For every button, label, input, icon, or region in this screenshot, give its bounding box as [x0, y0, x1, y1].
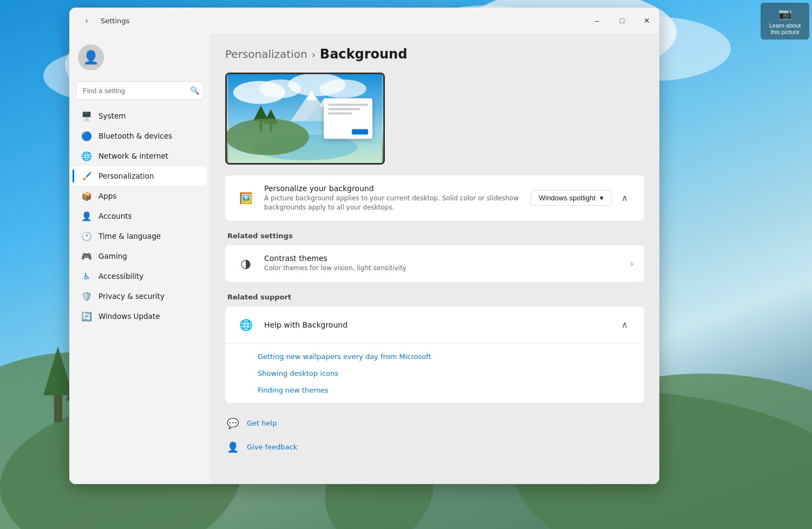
support-link-desktop-icons[interactable]: Showing desktop icons: [225, 365, 644, 382]
dropdown-chevron-icon: ▾: [600, 194, 604, 202]
sidebar-item-label: Time & language: [99, 232, 161, 240]
personalization-icon: 🖌️: [81, 171, 92, 181]
personalize-text: Personalize your background A picture ba…: [264, 184, 522, 212]
learn-about-picture-button[interactable]: 📷 Learn about this picture: [761, 3, 809, 40]
related-settings-header: Related settings: [225, 232, 644, 240]
sidebar-item-label: Bluetooth & devices: [99, 132, 172, 140]
personalize-icon: 🖼️: [236, 188, 256, 208]
personalize-background-row: 🖼️ Personalize your background A picture…: [225, 175, 644, 221]
main-area: 👤 🔍 🖥️ System 🔵 Bluetooth & devices 🌐 Ne…: [69, 34, 659, 484]
sidebar: 👤 🔍 🖥️ System 🔵 Bluetooth & devices 🌐 Ne…: [69, 34, 210, 484]
support-links-container: Getting new wallpapers every day from Mi…: [225, 343, 644, 403]
contrast-text: Contrast themes Color themes for low vis…: [264, 254, 621, 273]
sidebar-item-label: Network & internet: [99, 152, 168, 160]
sidebar-item-label: Gaming: [99, 252, 127, 260]
get-help-icon: 💬: [225, 416, 240, 431]
preview-line: [328, 104, 368, 106]
globe-icon: 🌐: [236, 315, 256, 335]
accessibility-icon: ♿: [81, 271, 92, 282]
give-feedback-link[interactable]: Give feedback: [247, 443, 297, 451]
dropdown-value: Windows spotlight: [539, 194, 595, 202]
breadcrumb-separator: ›: [312, 49, 316, 60]
search-input[interactable]: [76, 81, 204, 100]
search-icon: 🔍: [190, 86, 199, 95]
sidebar-item-gaming[interactable]: 🎮 Gaming: [73, 246, 207, 266]
sidebar-item-label: Apps: [99, 192, 116, 200]
help-background-row[interactable]: 🌐 Help with Background ∧: [225, 306, 644, 343]
maximize-button[interactable]: □: [610, 8, 634, 34]
svg-point-34: [227, 119, 309, 155]
help-expand-button[interactable]: ∧: [616, 316, 633, 334]
related-support-card: 🌐 Help with Background ∧ Getting new wal…: [225, 306, 644, 403]
get-help-row: 💬 Get help: [225, 414, 644, 433]
preview-btn: [352, 129, 368, 135]
sidebar-item-label: Personalization: [99, 172, 154, 180]
back-button[interactable]: ‹: [78, 12, 95, 29]
personalize-expand-button[interactable]: ∧: [616, 190, 633, 207]
breadcrumb: Personalization › Background: [225, 47, 644, 62]
svg-point-24: [319, 80, 366, 99]
sidebar-item-label: Accessibility: [99, 272, 143, 280]
sidebar-item-update[interactable]: 🔄 Windows Update: [73, 306, 207, 326]
title-bar: ‹ Settings – □ ✕: [69, 8, 659, 34]
get-help-link[interactable]: Get help: [247, 419, 277, 427]
update-icon: 🔄: [81, 311, 92, 322]
sidebar-item-label: Accounts: [99, 212, 132, 220]
system-icon: 🖥️: [81, 110, 92, 121]
sidebar-item-privacy[interactable]: 🛡️ Privacy & security: [73, 286, 207, 306]
related-support-header: Related support: [225, 293, 644, 301]
apps-icon: 📦: [81, 191, 92, 201]
sidebar-item-time[interactable]: 🕐 Time & language: [73, 226, 207, 246]
sidebar-item-accounts[interactable]: 👤 Accounts: [73, 206, 207, 226]
sidebar-item-label: Windows Update: [99, 312, 160, 321]
sidebar-item-network[interactable]: 🌐 Network & internet: [73, 146, 207, 166]
preview-dialog: [324, 99, 372, 139]
learn-about-label: Learn about this picture: [766, 22, 804, 35]
user-avatar-section: 👤: [69, 38, 210, 81]
chevron-right-icon: ›: [630, 259, 633, 268]
background-dropdown[interactable]: Windows spotlight ▾: [531, 190, 612, 206]
sidebar-item-bluetooth[interactable]: 🔵 Bluetooth & devices: [73, 126, 207, 146]
camera-icon: 📷: [778, 7, 792, 20]
minimize-button[interactable]: –: [585, 8, 610, 34]
personalize-title: Personalize your background: [264, 184, 522, 193]
contrast-themes-row[interactable]: ◑ Contrast themes Color themes for low v…: [225, 245, 644, 282]
support-link-wallpapers[interactable]: Getting new wallpapers every day from Mi…: [225, 348, 644, 365]
app-title: Settings: [101, 17, 129, 25]
give-feedback-row: 👤 Give feedback: [225, 437, 644, 457]
help-text: Help with Background: [264, 321, 607, 329]
bottom-links: 💬 Get help 👤 Give feedback: [225, 414, 644, 457]
personalize-background-card: 🖼️ Personalize your background A picture…: [225, 175, 644, 221]
preview-line: [328, 113, 352, 115]
personalize-control: Windows spotlight ▾ ∧: [531, 190, 633, 207]
network-icon: 🌐: [81, 151, 92, 161]
window-controls: – □ ✕: [585, 8, 659, 34]
sidebar-item-personalization[interactable]: 🖌️ Personalization: [73, 166, 207, 186]
support-link-themes[interactable]: Finding new themes: [225, 382, 644, 399]
accounts-icon: 👤: [81, 211, 92, 221]
gaming-icon: 🎮: [81, 251, 92, 262]
personalize-description: A picture background applies to your cur…: [264, 194, 522, 212]
time-icon: 🕐: [81, 231, 92, 241]
help-control: ∧: [616, 316, 633, 334]
sidebar-item-accessibility[interactable]: ♿ Accessibility: [73, 266, 207, 286]
contrast-control: ›: [630, 259, 633, 268]
help-title: Help with Background: [264, 321, 607, 329]
close-button[interactable]: ✕: [634, 8, 659, 34]
sidebar-item-apps[interactable]: 📦 Apps: [73, 186, 207, 206]
content-panel: Personalization › Background: [210, 34, 659, 484]
desktop-preview: [225, 73, 385, 165]
search-box: 🔍: [76, 81, 204, 100]
contrast-icon: ◑: [236, 254, 256, 273]
contrast-description: Color themes for low vision, light sensi…: [264, 264, 621, 273]
give-feedback-icon: 👤: [225, 440, 240, 455]
sidebar-item-label: System: [99, 112, 126, 120]
preview-line: [328, 108, 360, 110]
related-settings-card: ◑ Contrast themes Color themes for low v…: [225, 245, 644, 282]
sidebar-item-label: Privacy & security: [99, 292, 165, 301]
sidebar-item-system[interactable]: 🖥️ System: [73, 106, 207, 126]
privacy-icon: 🛡️: [81, 291, 92, 302]
avatar-icon: 👤: [83, 50, 99, 65]
avatar: 👤: [78, 44, 104, 70]
settings-window: ‹ Settings – □ ✕ 👤 🔍 🖥️ System: [69, 8, 659, 484]
